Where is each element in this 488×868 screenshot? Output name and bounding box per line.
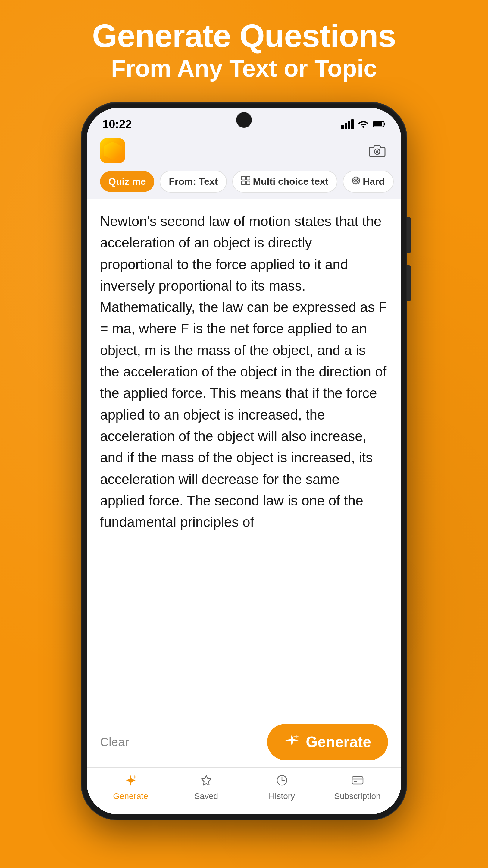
- nav-subscription-label: Subscription: [334, 792, 381, 801]
- svg-point-4: [376, 150, 378, 153]
- phone-frame: 10:22: [82, 102, 407, 820]
- sparkle-icon: [284, 733, 300, 752]
- nav-saved-label: Saved: [194, 792, 218, 801]
- page-header: Generate Questions From Any Text or Topi…: [0, 18, 488, 83]
- saved-nav-icon: [200, 774, 213, 789]
- svg-rect-11: [352, 777, 363, 784]
- main-subtitle: From Any Text or Topic: [0, 54, 488, 83]
- grid-icon: [241, 176, 250, 187]
- text-content-area[interactable]: Newton's second law of motion states tha…: [87, 198, 401, 718]
- status-time: 10:22: [102, 118, 132, 131]
- camera-button[interactable]: [366, 140, 388, 161]
- content-fade: [87, 688, 401, 718]
- history-nav-icon: [275, 774, 289, 789]
- signal-icon: [341, 119, 354, 129]
- generate-nav-icon: [124, 774, 137, 789]
- phone-screen: 10:22: [87, 108, 401, 814]
- svg-rect-2: [374, 122, 382, 126]
- clear-button[interactable]: Clear: [100, 730, 129, 755]
- phone-wrapper: 10:22: [82, 102, 407, 820]
- nav-history[interactable]: History: [244, 774, 320, 801]
- bottom-nav: Generate Saved: [87, 767, 401, 814]
- svg-rect-5: [241, 176, 245, 180]
- content-text: Newton's second law of motion states tha…: [100, 211, 388, 533]
- main-title: Generate Questions: [0, 18, 488, 54]
- filter-row: Quiz me From: Text Multi choice text: [87, 168, 401, 198]
- chip-hard-label: Hard: [363, 176, 385, 187]
- action-bar: Clear Generate: [87, 718, 401, 767]
- app-logo: [100, 138, 125, 163]
- svg-rect-8: [247, 181, 250, 185]
- chip-from-text-label: From: Text: [169, 176, 218, 187]
- svg-rect-6: [247, 176, 250, 180]
- svg-rect-7: [241, 181, 245, 185]
- nav-generate-label: Generate: [113, 792, 148, 801]
- svg-rect-1: [384, 123, 385, 125]
- chip-quiz-me-label: Quiz me: [108, 176, 146, 187]
- chip-hard[interactable]: Hard: [343, 170, 394, 193]
- generate-label: Generate: [306, 733, 371, 751]
- chip-multi-choice-label: Multi choice text: [253, 176, 328, 187]
- subscription-nav-icon: [351, 774, 364, 789]
- nav-subscription[interactable]: Subscription: [320, 774, 395, 801]
- logo-shape: [104, 142, 122, 160]
- chip-multi-choice[interactable]: Multi choice text: [232, 170, 337, 193]
- nav-saved[interactable]: Saved: [168, 774, 244, 801]
- generate-button[interactable]: Generate: [267, 724, 388, 760]
- nav-history-label: History: [269, 792, 295, 801]
- svg-rect-12: [354, 781, 357, 782]
- status-icons: [341, 118, 386, 130]
- chip-quiz-me[interactable]: Quiz me: [100, 171, 154, 192]
- nav-generate[interactable]: Generate: [93, 774, 168, 801]
- wifi-icon: [358, 118, 369, 130]
- app-header: [87, 132, 401, 168]
- chip-from-text[interactable]: From: Text: [160, 170, 227, 193]
- battery-icon: [373, 118, 386, 130]
- hard-icon: [352, 176, 360, 187]
- camera-notch: [236, 112, 252, 128]
